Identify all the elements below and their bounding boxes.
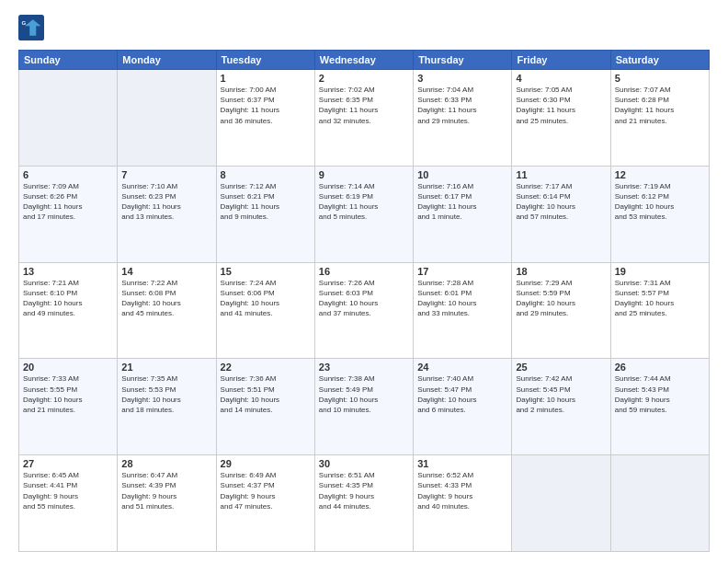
day-info: Sunrise: 6:52 AM Sunset: 4:33 PM Dayligh… bbox=[417, 470, 507, 511]
calendar-cell: 8Sunrise: 7:12 AM Sunset: 6:21 PM Daylig… bbox=[216, 166, 314, 262]
day-number: 19 bbox=[615, 266, 705, 277]
day-number: 16 bbox=[319, 266, 409, 277]
calendar-cell: 20Sunrise: 7:33 AM Sunset: 5:55 PM Dayli… bbox=[19, 359, 118, 455]
calendar-cell: 3Sunrise: 7:04 AM Sunset: 6:33 PM Daylig… bbox=[414, 70, 512, 167]
calendar-cell bbox=[118, 70, 216, 167]
day-number: 8 bbox=[221, 169, 311, 180]
day-info: Sunrise: 7:22 AM Sunset: 6:08 PM Dayligh… bbox=[121, 278, 211, 319]
day-info: Sunrise: 7:16 AM Sunset: 6:17 PM Dayligh… bbox=[417, 181, 507, 223]
calendar-cell bbox=[610, 455, 709, 552]
week-row-5: 27Sunrise: 6:45 AM Sunset: 4:41 PM Dayli… bbox=[19, 455, 710, 552]
day-number: 11 bbox=[516, 169, 606, 180]
day-number: 5 bbox=[615, 73, 705, 84]
day-number: 18 bbox=[516, 266, 606, 277]
weekday-header-sunday: Sunday bbox=[19, 51, 118, 70]
weekday-header-tuesday: Tuesday bbox=[216, 51, 314, 70]
calendar-cell: 17Sunrise: 7:28 AM Sunset: 6:01 PM Dayli… bbox=[414, 262, 512, 359]
calendar-cell: 19Sunrise: 7:31 AM Sunset: 5:57 PM Dayli… bbox=[610, 262, 709, 359]
day-info: Sunrise: 7:38 AM Sunset: 5:49 PM Dayligh… bbox=[319, 373, 409, 415]
day-number: 17 bbox=[417, 266, 507, 277]
logo: G bbox=[18, 15, 48, 40]
calendar-cell bbox=[512, 455, 610, 552]
calendar-cell: 11Sunrise: 7:17 AM Sunset: 6:14 PM Dayli… bbox=[512, 166, 610, 262]
calendar-cell: 15Sunrise: 7:24 AM Sunset: 6:06 PM Dayli… bbox=[216, 262, 314, 359]
calendar-cell: 31Sunrise: 6:52 AM Sunset: 4:33 PM Dayli… bbox=[414, 455, 512, 552]
day-number: 6 bbox=[23, 169, 113, 180]
day-number: 26 bbox=[615, 362, 705, 373]
day-info: Sunrise: 7:05 AM Sunset: 6:30 PM Dayligh… bbox=[516, 85, 606, 126]
day-number: 29 bbox=[221, 458, 311, 469]
calendar-cell: 25Sunrise: 7:42 AM Sunset: 5:45 PM Dayli… bbox=[512, 359, 610, 455]
week-row-1: 1Sunrise: 7:00 AM Sunset: 6:37 PM Daylig… bbox=[19, 70, 710, 167]
calendar-cell: 27Sunrise: 6:45 AM Sunset: 4:41 PM Dayli… bbox=[19, 455, 118, 552]
week-row-3: 13Sunrise: 7:21 AM Sunset: 6:10 PM Dayli… bbox=[19, 262, 710, 359]
calendar-cell: 10Sunrise: 7:16 AM Sunset: 6:17 PM Dayli… bbox=[414, 166, 512, 262]
calendar-table: SundayMondayTuesdayWednesdayThursdayFrid… bbox=[18, 50, 710, 552]
day-info: Sunrise: 7:17 AM Sunset: 6:14 PM Dayligh… bbox=[516, 181, 606, 223]
day-info: Sunrise: 7:44 AM Sunset: 5:43 PM Dayligh… bbox=[615, 373, 705, 415]
calendar-cell: 28Sunrise: 6:47 AM Sunset: 4:39 PM Dayli… bbox=[118, 455, 216, 552]
day-info: Sunrise: 7:35 AM Sunset: 5:53 PM Dayligh… bbox=[121, 373, 211, 415]
day-number: 7 bbox=[121, 169, 211, 180]
day-number: 10 bbox=[417, 169, 507, 180]
calendar-cell: 5Sunrise: 7:07 AM Sunset: 6:28 PM Daylig… bbox=[610, 70, 709, 167]
day-info: Sunrise: 7:10 AM Sunset: 6:23 PM Dayligh… bbox=[121, 181, 211, 223]
calendar-cell: 14Sunrise: 7:22 AM Sunset: 6:08 PM Dayli… bbox=[118, 262, 216, 359]
day-number: 2 bbox=[319, 73, 409, 84]
day-info: Sunrise: 6:47 AM Sunset: 4:39 PM Dayligh… bbox=[121, 470, 211, 511]
day-number: 22 bbox=[221, 362, 311, 373]
day-info: Sunrise: 7:04 AM Sunset: 6:33 PM Dayligh… bbox=[417, 85, 507, 126]
calendar-cell: 24Sunrise: 7:40 AM Sunset: 5:47 PM Dayli… bbox=[414, 359, 512, 455]
calendar-cell: 13Sunrise: 7:21 AM Sunset: 6:10 PM Dayli… bbox=[19, 262, 118, 359]
svg-text:G: G bbox=[22, 19, 27, 26]
calendar-cell: 7Sunrise: 7:10 AM Sunset: 6:23 PM Daylig… bbox=[118, 166, 216, 262]
day-number: 24 bbox=[417, 362, 507, 373]
day-info: Sunrise: 7:19 AM Sunset: 6:12 PM Dayligh… bbox=[615, 181, 705, 223]
calendar-cell: 12Sunrise: 7:19 AM Sunset: 6:12 PM Dayli… bbox=[610, 166, 709, 262]
day-info: Sunrise: 7:02 AM Sunset: 6:35 PM Dayligh… bbox=[319, 85, 409, 126]
day-number: 4 bbox=[516, 73, 606, 84]
day-info: Sunrise: 7:29 AM Sunset: 5:59 PM Dayligh… bbox=[516, 278, 606, 319]
day-info: Sunrise: 7:26 AM Sunset: 6:03 PM Dayligh… bbox=[319, 278, 409, 319]
weekday-header-thursday: Thursday bbox=[414, 51, 512, 70]
day-number: 28 bbox=[121, 458, 211, 469]
day-info: Sunrise: 7:07 AM Sunset: 6:28 PM Dayligh… bbox=[615, 85, 705, 126]
day-number: 12 bbox=[615, 169, 705, 180]
day-number: 27 bbox=[23, 458, 113, 469]
weekday-header-monday: Monday bbox=[118, 51, 216, 70]
day-info: Sunrise: 7:33 AM Sunset: 5:55 PM Dayligh… bbox=[23, 373, 113, 415]
day-number: 30 bbox=[319, 458, 409, 469]
logo-icon: G bbox=[18, 15, 44, 40]
day-number: 25 bbox=[516, 362, 606, 373]
calendar-cell: 2Sunrise: 7:02 AM Sunset: 6:35 PM Daylig… bbox=[314, 70, 413, 167]
day-info: Sunrise: 7:21 AM Sunset: 6:10 PM Dayligh… bbox=[23, 278, 113, 319]
day-info: Sunrise: 6:49 AM Sunset: 4:37 PM Dayligh… bbox=[221, 470, 311, 511]
day-info: Sunrise: 7:09 AM Sunset: 6:26 PM Dayligh… bbox=[23, 181, 113, 223]
day-info: Sunrise: 7:00 AM Sunset: 6:37 PM Dayligh… bbox=[221, 85, 311, 126]
weekday-header-row: SundayMondayTuesdayWednesdayThursdayFrid… bbox=[19, 51, 710, 70]
calendar-cell: 26Sunrise: 7:44 AM Sunset: 5:43 PM Dayli… bbox=[610, 359, 709, 455]
weekday-header-wednesday: Wednesday bbox=[314, 51, 413, 70]
day-number: 13 bbox=[23, 266, 113, 277]
day-info: Sunrise: 6:45 AM Sunset: 4:41 PM Dayligh… bbox=[23, 470, 113, 511]
calendar-cell: 18Sunrise: 7:29 AM Sunset: 5:59 PM Dayli… bbox=[512, 262, 610, 359]
day-number: 14 bbox=[121, 266, 211, 277]
day-info: Sunrise: 7:42 AM Sunset: 5:45 PM Dayligh… bbox=[516, 373, 606, 415]
day-number: 3 bbox=[417, 73, 507, 84]
weekday-header-friday: Friday bbox=[512, 51, 610, 70]
calendar-cell: 16Sunrise: 7:26 AM Sunset: 6:03 PM Dayli… bbox=[314, 262, 413, 359]
week-row-2: 6Sunrise: 7:09 AM Sunset: 6:26 PM Daylig… bbox=[19, 166, 710, 262]
day-number: 23 bbox=[319, 362, 409, 373]
day-number: 31 bbox=[417, 458, 507, 469]
day-info: Sunrise: 7:31 AM Sunset: 5:57 PM Dayligh… bbox=[615, 278, 705, 319]
day-number: 15 bbox=[221, 266, 311, 277]
calendar-page: G SundayMondayTuesdayWednesdayThursdayFr… bbox=[0, 0, 728, 563]
weekday-header-saturday: Saturday bbox=[610, 51, 709, 70]
day-info: Sunrise: 7:14 AM Sunset: 6:19 PM Dayligh… bbox=[319, 181, 409, 223]
day-number: 1 bbox=[221, 73, 311, 84]
day-info: Sunrise: 7:24 AM Sunset: 6:06 PM Dayligh… bbox=[221, 278, 311, 319]
day-info: Sunrise: 7:28 AM Sunset: 6:01 PM Dayligh… bbox=[417, 278, 507, 319]
week-row-4: 20Sunrise: 7:33 AM Sunset: 5:55 PM Dayli… bbox=[19, 359, 710, 455]
calendar-cell: 9Sunrise: 7:14 AM Sunset: 6:19 PM Daylig… bbox=[314, 166, 413, 262]
calendar-cell: 4Sunrise: 7:05 AM Sunset: 6:30 PM Daylig… bbox=[512, 70, 610, 167]
